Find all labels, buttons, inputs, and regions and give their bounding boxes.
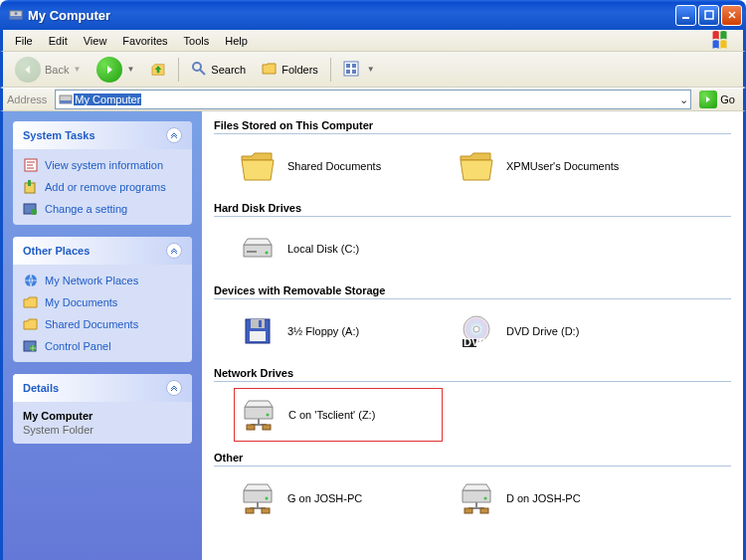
folder-icon: [457, 146, 496, 186]
go-button[interactable]: Go: [695, 90, 739, 109]
group-header: Network Drives: [214, 367, 731, 382]
menu-favorites[interactable]: Favorites: [114, 33, 175, 49]
title-bar: My Computer: [0, 0, 746, 30]
link-network-places[interactable]: My Network Places: [23, 273, 182, 288]
dropdown-icon: ▼: [73, 65, 81, 74]
item-label: 3½ Floppy (A:): [287, 325, 439, 337]
folders-icon: [262, 61, 278, 79]
search-label: Search: [211, 64, 246, 76]
svg-rect-13: [60, 100, 72, 103]
folders-button[interactable]: Folders: [256, 58, 324, 82]
menu-edit[interactable]: Edit: [41, 33, 76, 49]
address-dropdown-icon[interactable]: ⌄: [679, 93, 688, 106]
panel-other-places: Other Places My Network Places My Docume…: [13, 237, 192, 362]
link-change-setting[interactable]: Change a setting: [23, 201, 182, 217]
drive-item[interactable]: C on 'Tsclient' (Z:): [234, 388, 443, 442]
forward-button[interactable]: ▼: [91, 54, 140, 86]
programs-icon: [23, 179, 39, 195]
panel-header[interactable]: Details: [13, 374, 192, 402]
svg-rect-10: [346, 70, 350, 74]
folder-icon: [23, 294, 39, 310]
svg-line-6: [200, 70, 205, 75]
close-button[interactable]: [721, 5, 742, 26]
menu-view[interactable]: View: [76, 33, 115, 49]
window-title: My Computer: [28, 8, 675, 23]
drive-item[interactable]: DVDDVD Drive (D:): [453, 305, 661, 357]
link-view-system-information[interactable]: View system information: [23, 157, 182, 173]
svg-point-36: [266, 497, 269, 500]
svg-point-5: [193, 63, 201, 71]
svg-rect-41: [480, 508, 488, 513]
svg-point-2: [15, 12, 18, 15]
back-button[interactable]: Back ▼: [9, 54, 87, 86]
menu-tools[interactable]: Tools: [176, 33, 218, 49]
svg-rect-3: [682, 17, 689, 19]
menu-help[interactable]: Help: [217, 33, 256, 49]
info-icon: [23, 157, 39, 173]
group-header: Hard Disk Drives: [214, 202, 731, 217]
details-type: System Folder: [23, 424, 182, 436]
drive-item[interactable]: 3½ Floppy (A:): [234, 305, 443, 357]
link-my-documents[interactable]: My Documents: [23, 294, 182, 310]
panel-title: Details: [23, 382, 59, 394]
net-icon: [457, 478, 496, 518]
link-control-panel[interactable]: Control Panel: [23, 338, 182, 354]
svg-rect-16: [28, 180, 31, 186]
svg-rect-9: [352, 64, 356, 68]
minimize-button[interactable]: [675, 5, 696, 26]
svg-rect-37: [246, 508, 254, 513]
svg-rect-26: [250, 331, 266, 341]
drive-item[interactable]: XPMUser's Documents: [453, 140, 661, 192]
toolbar-separator: [330, 58, 331, 82]
folders-label: Folders: [281, 64, 318, 76]
panel-header[interactable]: System Tasks: [13, 121, 192, 149]
item-label: D on JOSH-PC: [506, 492, 657, 504]
controlpanel-icon: [23, 338, 39, 354]
computer-icon: [58, 92, 74, 107]
hdd-icon: [238, 229, 278, 269]
drive-item[interactable]: G on JOSH-PC: [234, 472, 443, 524]
link-add-remove-programs[interactable]: Add or remove programs: [23, 179, 182, 195]
svg-rect-1: [10, 16, 22, 19]
panel-header[interactable]: Other Places: [13, 237, 192, 265]
go-label: Go: [720, 93, 735, 105]
content-area: Files Stored on This ComputerShared Docu…: [202, 111, 743, 560]
collapse-icon: [166, 127, 182, 143]
search-button[interactable]: Search: [185, 58, 252, 82]
folder-icon: [238, 146, 278, 186]
net-icon: [239, 395, 279, 435]
up-button[interactable]: [144, 59, 172, 81]
panel-title: System Tasks: [23, 129, 95, 141]
windows-logo-icon: [711, 32, 739, 50]
svg-rect-27: [259, 320, 262, 327]
drive-item[interactable]: Local Disk (C:): [234, 223, 443, 275]
panel-system-tasks: System Tasks View system information Add…: [13, 121, 192, 225]
toolbar-separator: [178, 58, 179, 82]
collapse-icon: [166, 380, 182, 396]
toolbar: Back ▼ ▼ Search Folders ▼: [0, 52, 746, 88]
maximize-button[interactable]: [698, 5, 719, 26]
svg-point-33: [267, 414, 270, 417]
svg-point-30: [473, 326, 479, 332]
details-name: My Computer: [23, 410, 182, 422]
drive-item[interactable]: D on JOSH-PC: [453, 472, 661, 524]
menu-file[interactable]: File: [7, 33, 41, 49]
item-label: DVD Drive (D:): [506, 325, 657, 337]
views-button[interactable]: ▼: [337, 58, 381, 82]
app-icon: [8, 7, 24, 23]
group-header: Other: [214, 452, 731, 467]
drive-item[interactable]: Shared Documents: [234, 140, 443, 192]
net-icon: [238, 478, 278, 518]
folder-icon: [23, 316, 39, 332]
address-input[interactable]: My Computer ⌄: [55, 90, 691, 109]
group-header: Files Stored on This Computer: [214, 119, 731, 134]
svg-rect-4: [705, 11, 713, 19]
link-shared-documents[interactable]: Shared Documents: [23, 316, 182, 332]
svg-rect-11: [352, 70, 356, 74]
item-label: XPMUser's Documents: [506, 160, 657, 172]
svg-rect-40: [465, 508, 472, 513]
svg-text:DVD: DVD: [464, 336, 486, 348]
dropdown-icon: ▼: [367, 65, 375, 74]
address-value: My Computer: [74, 93, 141, 105]
search-icon: [191, 61, 207, 79]
